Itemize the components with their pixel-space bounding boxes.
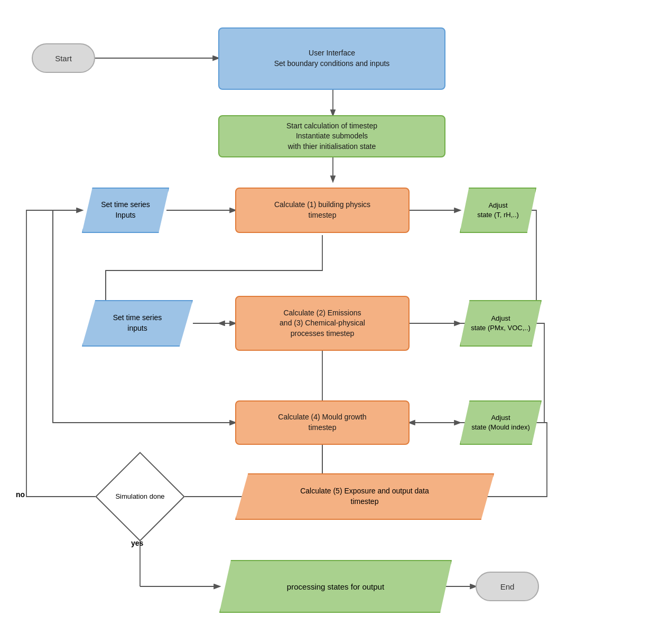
flowchart: Start User Interface Set boundary condit… <box>0 0 660 644</box>
adjust-T-node: Adjust state (T, rH,..) <box>460 188 536 233</box>
yes-label: yes <box>131 539 143 547</box>
start-node: Start <box>32 43 95 73</box>
simulation-done-diamond: Simulation done <box>108 465 172 528</box>
calc-mould-node: Calculate (4) Mould growth timestep <box>235 400 410 445</box>
set-time-series-1-node: Set time series Inputs <box>82 188 169 233</box>
adjust-mould-node: Adjust state (Mould index) <box>460 400 542 445</box>
no-label: no <box>16 490 25 499</box>
calc-emissions-node: Calculate (2) Emissions and (3) Chemical… <box>235 296 410 351</box>
instantiate-node: Start calculation of timestep Instantiat… <box>218 115 445 157</box>
adjust-pmx-node: Adjust state (PMx, VOC,..) <box>460 300 542 347</box>
calc-building-node: Calculate (1) building physics timestep <box>235 188 410 233</box>
user-interface-node: User Interface Set boundary conditions a… <box>218 27 445 90</box>
set-time-series-2-node: Set time series inputs <box>82 300 193 347</box>
end-node: End <box>476 572 539 601</box>
calc-exposure-node: Calculate (5) Exposure and output data t… <box>235 473 494 520</box>
processing-node: processing states for output <box>219 560 452 613</box>
